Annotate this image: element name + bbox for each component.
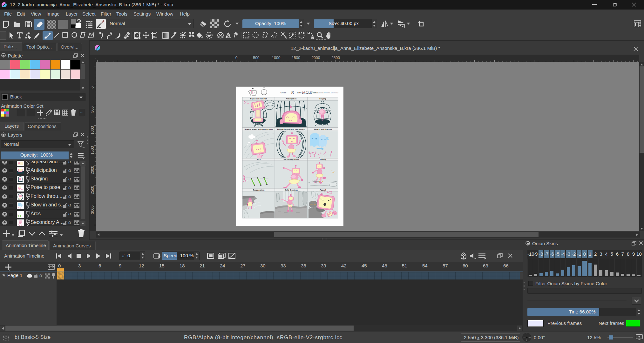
svg-text:Exaggeration: Exaggeration: [253, 189, 265, 191]
svg-text:Squash and stretch: Squash and stretch: [250, 98, 267, 100]
svg-text:Slow in and slow out: Slow in and slow out: [314, 128, 332, 130]
svg-text:Appeal: Appeal: [320, 189, 326, 191]
svg-text:Straight ahead and pose to pos: Straight ahead and pose to pose: [244, 128, 273, 130]
svg-text:Date:: Date:: [297, 92, 302, 94]
svg-text:Solid drawings: Solid drawings: [285, 189, 298, 191]
svg-text:Anna Elizabete Ansonska: Anna Elizabete Ansonska: [317, 91, 338, 94]
svg-text:Group:: Group:: [281, 92, 286, 94]
svg-text:Staging: Staging: [319, 98, 326, 100]
svg-text:Arcs: Arcs: [257, 158, 261, 160]
svg-text:Timing: Timing: [320, 158, 326, 160]
svg-text:B: B: [291, 91, 294, 95]
svg-text:Secondary action: Secondary action: [283, 158, 299, 160]
svg-text:Follow through and overlapping: Follow through and overlapping: [277, 128, 305, 130]
svg-text:Anticipation: Anticipation: [286, 98, 297, 100]
svg-text:10.02.26: 10.02.26: [302, 91, 313, 94]
